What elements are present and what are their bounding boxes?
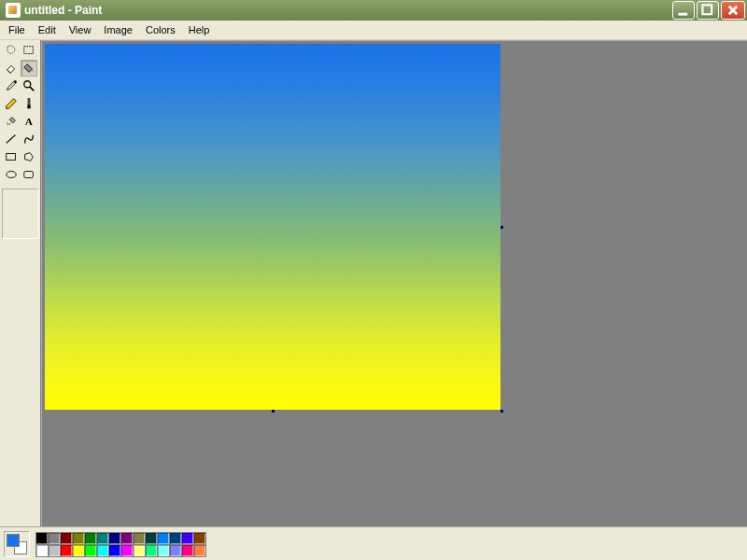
menu-edit[interactable]: Edit bbox=[32, 23, 63, 36]
paint-window: untitled - Paint File Edit View Image Co… bbox=[0, 0, 747, 560]
color-swatch[interactable] bbox=[193, 532, 206, 545]
color-palette-bar bbox=[0, 526, 747, 560]
text-icon: A bbox=[22, 115, 35, 128]
maximize-button[interactable] bbox=[697, 1, 719, 20]
color-swatch[interactable] bbox=[96, 544, 109, 557]
tool-pencil[interactable] bbox=[3, 95, 20, 112]
color-swatch[interactable] bbox=[157, 532, 170, 545]
resize-handle-right[interactable] bbox=[500, 226, 503, 229]
tool-ellipse[interactable] bbox=[3, 166, 20, 183]
svg-point-3 bbox=[14, 80, 17, 83]
menu-colors[interactable]: Colors bbox=[139, 23, 182, 36]
free-select-icon bbox=[5, 44, 18, 57]
ellipse-icon bbox=[5, 168, 18, 181]
tool-text[interactable]: A bbox=[21, 113, 37, 130]
minimize-button[interactable] bbox=[672, 1, 695, 20]
round-rect-icon bbox=[22, 168, 35, 181]
svg-point-6 bbox=[7, 124, 8, 125]
svg-text:A: A bbox=[25, 116, 34, 127]
tool-brush[interactable] bbox=[21, 95, 37, 112]
tool-airbrush[interactable] bbox=[3, 113, 20, 130]
color-swatch[interactable] bbox=[120, 532, 134, 545]
color-swatch[interactable] bbox=[145, 544, 158, 557]
rect-select-icon bbox=[22, 44, 35, 57]
resize-handle-corner[interactable] bbox=[500, 410, 503, 413]
pencil-icon bbox=[5, 97, 18, 110]
svg-point-4 bbox=[24, 81, 31, 88]
tool-line[interactable] bbox=[3, 131, 20, 147]
magnifier-icon bbox=[22, 79, 35, 92]
color-swatch[interactable] bbox=[84, 532, 97, 545]
color-swatch[interactable] bbox=[108, 544, 121, 557]
toolbox: A bbox=[0, 40, 41, 526]
app-icon bbox=[6, 3, 21, 18]
color-swatch[interactable] bbox=[72, 532, 85, 545]
svg-rect-12 bbox=[24, 172, 34, 178]
resize-handle-bottom[interactable] bbox=[272, 410, 275, 413]
tool-free-select[interactable] bbox=[3, 42, 20, 59]
window-title: untitled - Paint bbox=[24, 4, 672, 17]
svg-rect-0 bbox=[678, 13, 687, 16]
color-indicator[interactable] bbox=[4, 531, 30, 557]
svg-rect-10 bbox=[7, 154, 16, 161]
color-swatch[interactable] bbox=[133, 532, 146, 545]
polygon-icon bbox=[22, 150, 35, 163]
menu-help[interactable]: Help bbox=[182, 23, 217, 36]
color-swatch[interactable] bbox=[169, 544, 182, 557]
color-swatch[interactable] bbox=[96, 532, 109, 545]
tool-options bbox=[2, 189, 39, 239]
tool-curve[interactable] bbox=[21, 131, 37, 147]
window-controls bbox=[672, 1, 745, 20]
title-bar[interactable]: untitled - Paint bbox=[0, 0, 747, 21]
foreground-color-swatch[interactable] bbox=[7, 534, 20, 547]
color-swatch[interactable] bbox=[72, 544, 85, 557]
airbrush-icon bbox=[5, 115, 18, 128]
curve-icon bbox=[22, 133, 35, 146]
color-swatch[interactable] bbox=[120, 544, 134, 557]
color-swatch[interactable] bbox=[84, 544, 97, 557]
menu-image[interactable]: Image bbox=[97, 23, 139, 36]
color-swatch[interactable] bbox=[133, 544, 146, 557]
tool-rect-select[interactable] bbox=[21, 42, 37, 59]
tool-magnifier[interactable] bbox=[21, 77, 37, 94]
canvas-area[interactable] bbox=[41, 40, 747, 526]
svg-rect-1 bbox=[702, 5, 712, 14]
color-swatch[interactable] bbox=[35, 544, 49, 557]
canvas[interactable] bbox=[45, 44, 500, 410]
color-swatch[interactable] bbox=[181, 532, 194, 545]
svg-point-11 bbox=[7, 172, 17, 178]
brush-icon bbox=[22, 97, 35, 110]
svg-point-7 bbox=[9, 123, 10, 124]
close-button[interactable] bbox=[721, 1, 745, 20]
svg-rect-2 bbox=[24, 47, 34, 54]
menu-bar: File Edit View Image Colors Help bbox=[0, 21, 747, 40]
color-swatch[interactable] bbox=[108, 532, 121, 545]
color-swatch[interactable] bbox=[48, 532, 61, 545]
tool-picker[interactable] bbox=[3, 77, 20, 94]
workspace: A bbox=[0, 40, 747, 526]
menu-view[interactable]: View bbox=[63, 23, 98, 36]
color-palette bbox=[35, 532, 205, 556]
tool-fill[interactable] bbox=[21, 60, 37, 77]
picker-icon bbox=[5, 79, 18, 92]
color-swatch[interactable] bbox=[157, 544, 170, 557]
color-swatch[interactable] bbox=[60, 544, 73, 557]
menu-file[interactable]: File bbox=[2, 23, 32, 36]
color-swatch[interactable] bbox=[60, 532, 73, 545]
tool-polygon[interactable] bbox=[21, 148, 37, 165]
color-swatch[interactable] bbox=[145, 532, 158, 545]
svg-rect-5 bbox=[28, 99, 30, 105]
rectangle-icon bbox=[5, 150, 18, 163]
tool-rectangle[interactable] bbox=[3, 148, 20, 165]
tool-eraser[interactable] bbox=[3, 60, 20, 77]
color-swatch[interactable] bbox=[35, 532, 49, 545]
color-swatch[interactable] bbox=[193, 544, 206, 557]
tool-round-rect[interactable] bbox=[21, 166, 37, 183]
fill-icon bbox=[22, 62, 35, 75]
svg-point-8 bbox=[7, 122, 7, 123]
line-icon bbox=[5, 133, 18, 146]
eraser-icon bbox=[5, 62, 18, 75]
color-swatch[interactable] bbox=[169, 532, 182, 545]
color-swatch[interactable] bbox=[181, 544, 194, 557]
color-swatch[interactable] bbox=[48, 544, 61, 557]
